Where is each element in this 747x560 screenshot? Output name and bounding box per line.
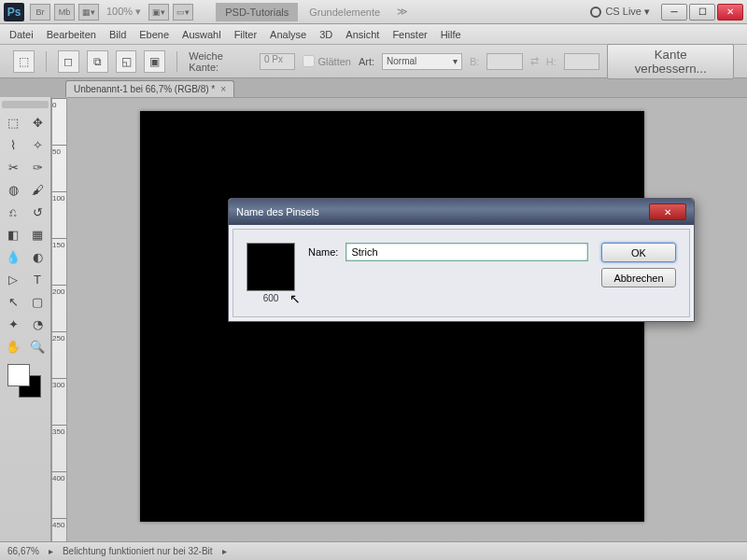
- swap-icon: ⇄: [530, 55, 539, 67]
- menu-hilfe[interactable]: Hilfe: [441, 29, 461, 40]
- bridge-button[interactable]: Br: [30, 4, 50, 21]
- menu-3d[interactable]: 3D: [319, 29, 332, 40]
- menu-bild[interactable]: Bild: [109, 29, 126, 40]
- menu-auswahl[interactable]: Auswahl: [182, 29, 221, 40]
- minimize-button[interactable]: ─: [661, 4, 687, 21]
- heal-tool-icon[interactable]: ◍: [2, 179, 24, 200]
- close-tab-icon[interactable]: ×: [220, 84, 226, 94]
- pen-tool-icon[interactable]: ▷: [2, 269, 24, 289]
- separator: [176, 51, 177, 72]
- width-input: [486, 53, 522, 70]
- zoom-tool-icon[interactable]: 🔍: [26, 336, 49, 357]
- close-button[interactable]: ✕: [717, 4, 743, 21]
- dialog-close-button[interactable]: ✕: [649, 203, 686, 220]
- brush-name-dialog: Name des Pinsels ✕ 600 Name: OK Abbreche…: [228, 198, 695, 322]
- eyedropper-tool-icon[interactable]: ✑: [26, 157, 49, 177]
- gradient-tool-icon[interactable]: ▦: [26, 224, 49, 245]
- 3d-tool-icon[interactable]: ✦: [2, 314, 24, 334]
- brush-size-label: 600: [263, 293, 279, 303]
- document-tab[interactable]: Unbenannt-1 bei 66,7% (RGB/8) * ×: [65, 80, 234, 97]
- history-brush-icon[interactable]: ↺: [26, 202, 49, 222]
- workspace-tab-psd[interactable]: PSD-Tutorials: [216, 3, 298, 21]
- style-label: Art:: [359, 56, 374, 67]
- cs-live-button[interactable]: CS Live ▾: [583, 6, 657, 18]
- status-chevron-icon[interactable]: ▸: [222, 546, 227, 556]
- move-tool-icon[interactable]: ✥: [26, 112, 49, 133]
- separator: [46, 51, 47, 72]
- style-select[interactable]: Normal▾: [382, 53, 462, 70]
- color-swatches[interactable]: [7, 364, 45, 401]
- dodge-tool-icon[interactable]: ◐: [26, 246, 49, 267]
- ok-button[interactable]: OK: [601, 243, 676, 262]
- options-bar: ⬚ ◻ ⧉ ◱ ▣ Weiche Kante: 0 Px Glätten Art…: [0, 45, 747, 78]
- feather-label: Weiche Kante:: [189, 50, 252, 73]
- menu-ebene[interactable]: Ebene: [139, 29, 169, 40]
- menu-filter[interactable]: Filter: [234, 29, 257, 40]
- type-tool-icon[interactable]: T: [26, 269, 49, 289]
- camera-tool-icon[interactable]: ◔: [26, 314, 49, 334]
- width-label: B:: [470, 56, 479, 67]
- wand-tool-icon[interactable]: ✧: [26, 134, 49, 155]
- tools-panel: ⬚ ✥ ⌇ ✧ ✂ ✑ ◍ 🖌 ⎌ ↺ ◧ ▦ 💧 ◐ ▷ T ↖ ▢ ✦ ◔ …: [0, 97, 51, 541]
- workspace-tabs: PSD-Tutorials Grundelemente: [216, 3, 389, 21]
- height-input: [564, 53, 599, 70]
- stamp-tool-icon[interactable]: ⎌: [2, 202, 24, 222]
- cs-live-label: CS Live ▾: [605, 6, 650, 18]
- canvas-surface[interactable]: [67, 98, 747, 560]
- menubar: Datei Bearbeiten Bild Ebene Auswahl Filt…: [0, 24, 747, 45]
- statusbar: 66,67% ▸ Belichtung funktioniert nur bei…: [0, 541, 747, 560]
- hand-tool-icon[interactable]: ✋: [2, 336, 24, 357]
- layout-button[interactable]: ▦▾: [78, 4, 99, 21]
- app-logo: Ps: [4, 3, 24, 21]
- dialog-title: Name des Pinsels: [236, 206, 319, 217]
- screen-button[interactable]: ▭▾: [173, 4, 193, 21]
- cancel-button[interactable]: Abbrechen: [601, 268, 676, 287]
- viewmode-button[interactable]: ▣▾: [148, 4, 169, 21]
- document-tab-label: Unbenannt-1 bei 66,7% (RGB/8) *: [74, 84, 215, 94]
- cs-live-icon: [590, 7, 601, 18]
- brush-name-input[interactable]: [345, 243, 588, 261]
- marquee-tool-icon[interactable]: ⬚: [13, 50, 35, 73]
- blur-tool-icon[interactable]: 💧: [2, 246, 24, 267]
- height-label: H:: [546, 56, 557, 67]
- selection-intersect-icon[interactable]: ▣: [144, 50, 165, 73]
- lasso-tool-icon[interactable]: ⌇: [2, 134, 24, 155]
- workspace-tab-grundelemente[interactable]: Grundelemente: [300, 3, 389, 21]
- menu-bearbeiten[interactable]: Bearbeiten: [47, 29, 96, 40]
- antialias-checkbox[interactable]: Glätten: [303, 55, 350, 67]
- menu-fenster[interactable]: Fenster: [392, 29, 427, 40]
- refine-edge-button[interactable]: Kante verbessern...: [607, 44, 734, 79]
- foreground-swatch[interactable]: [7, 364, 30, 386]
- zoom-dropdown[interactable]: 100% ▾: [103, 4, 145, 20]
- menu-ansicht[interactable]: Ansicht: [345, 29, 379, 40]
- vertical-ruler[interactable]: 050100150200250300350400450500550600: [52, 98, 67, 560]
- menu-analyse[interactable]: Analyse: [270, 29, 306, 40]
- minibridge-button[interactable]: Mb: [54, 4, 75, 21]
- maximize-button[interactable]: ☐: [689, 4, 715, 21]
- status-info: Belichtung funktioniert nur bei 32-Bit: [63, 546, 213, 556]
- crop-tool-icon[interactable]: ✂: [2, 157, 24, 177]
- path-tool-icon[interactable]: ↖: [2, 291, 24, 312]
- feather-input[interactable]: 0 Px: [260, 53, 295, 70]
- document-tabs: Unbenannt-1 bei 66,7% (RGB/8) * ×: [0, 78, 747, 97]
- eraser-tool-icon[interactable]: ◧: [2, 224, 24, 245]
- shape-tool-icon[interactable]: ▢: [26, 291, 49, 312]
- titlebar: Ps Br Mb ▦▾ 100% ▾ ▣▾ ▭▾ PSD-Tutorials G…: [0, 0, 747, 24]
- selection-subtract-icon[interactable]: ◱: [116, 50, 137, 73]
- tools-grip[interactable]: [2, 101, 49, 108]
- more-workspaces-icon[interactable]: ≫: [397, 6, 408, 18]
- window-controls: ─ ☐ ✕: [661, 4, 743, 21]
- dialog-titlebar[interactable]: Name des Pinsels ✕: [229, 199, 694, 225]
- brush-tool-icon[interactable]: 🖌: [26, 179, 49, 200]
- name-label: Name:: [308, 246, 338, 258]
- status-chevron-icon[interactable]: ▸: [49, 546, 53, 556]
- menu-datei[interactable]: Datei: [9, 29, 34, 40]
- zoom-status[interactable]: 66,67%: [7, 546, 39, 556]
- selection-add-icon[interactable]: ⧉: [87, 50, 108, 73]
- brush-preview: [247, 243, 295, 291]
- selection-new-icon[interactable]: ◻: [58, 50, 79, 73]
- marquee-tool-icon[interactable]: ⬚: [2, 112, 24, 133]
